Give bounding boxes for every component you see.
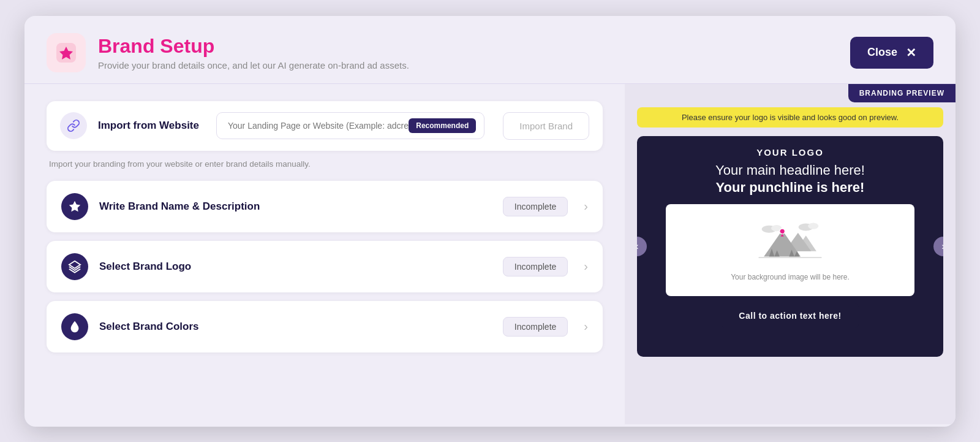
page-subtitle: Provide your brand details once, and let… [98, 60, 409, 70]
svg-marker-2 [69, 200, 80, 211]
drop-icon [68, 320, 81, 333]
import-icon-wrap [60, 112, 87, 139]
preview-logo-text: YOUR LOGO [756, 147, 824, 158]
step2-chevron-icon: › [584, 259, 588, 273]
step2-status: Incomplete [503, 257, 568, 276]
preview-next-button[interactable]: › [933, 237, 943, 256]
page-title: Brand Setup [98, 35, 409, 58]
preview-headline: Your main headline here! [715, 162, 865, 178]
header-left: Brand Setup Provide your brand details o… [47, 33, 409, 72]
step3-label: Select Brand Colors [99, 321, 492, 333]
import-note: Import your branding from your website o… [49, 159, 603, 169]
close-button[interactable]: Close ✕ [850, 37, 933, 69]
brand-setup-modal: Brand Setup Provide your brand details o… [24, 16, 956, 427]
close-icon: ✕ [906, 45, 916, 60]
close-label: Close [867, 46, 897, 59]
step-star-icon-wrap [61, 193, 88, 220]
layers-icon [68, 260, 81, 273]
step-drop-icon-wrap [61, 313, 88, 340]
star-icon [56, 43, 76, 63]
recommended-badge: Recommended [409, 118, 476, 133]
step-brand-colors[interactable]: Select Brand Colors Incomplete › [47, 301, 603, 352]
preview-punchline: Your punchline is here! [716, 180, 865, 196]
preview-prev-button[interactable]: ‹ [637, 237, 647, 256]
import-website-section: Import from Website Recommended Import B… [47, 101, 603, 151]
ad-preview-card: ‹ › YOUR LOGO Your main headline here! Y… [637, 136, 943, 357]
url-input-wrap: Recommended [216, 112, 484, 139]
mountain-illustration [753, 219, 827, 268]
step1-star-icon [68, 200, 81, 213]
svg-point-7 [808, 223, 818, 229]
modal-header: Brand Setup Provide your brand details o… [24, 16, 956, 84]
preview-warning: Please ensure your logo is visible and l… [637, 107, 943, 128]
svg-point-11 [780, 229, 785, 234]
preview-image-placeholder: Your background image will be here. [666, 204, 915, 296]
step-layers-icon-wrap [61, 253, 88, 280]
step-brand-name[interactable]: Write Brand Name & Description Incomplet… [47, 181, 603, 232]
step3-status: Incomplete [503, 317, 568, 337]
modal-body: Import from Website Recommended Import B… [24, 84, 956, 424]
import-website-label: Import from Website [98, 120, 199, 132]
preview-area: Please ensure your logo is visible and l… [625, 84, 956, 424]
brand-setup-icon [47, 33, 86, 72]
step1-label: Write Brand Name & Description [99, 200, 492, 213]
import-brand-button[interactable]: Import Brand [503, 112, 589, 140]
left-panel: Import from Website Recommended Import B… [24, 84, 625, 424]
step3-chevron-icon: › [584, 319, 588, 333]
preview-bg-image-text: Your background image will be here. [731, 273, 850, 281]
header-text: Brand Setup Provide your brand details o… [98, 35, 409, 70]
step-brand-logo[interactable]: Select Brand Logo Incomplete › [47, 241, 603, 292]
step2-label: Select Brand Logo [99, 261, 492, 273]
step1-status: Incomplete [503, 197, 568, 216]
step1-chevron-icon: › [584, 199, 588, 213]
right-panel: BRANDING PREVIEW Please ensure your logo… [625, 84, 956, 424]
branding-preview-tab: BRANDING PREVIEW [848, 84, 956, 102]
link-icon [67, 119, 80, 132]
preview-cta: Call to action text here! [722, 303, 858, 328]
